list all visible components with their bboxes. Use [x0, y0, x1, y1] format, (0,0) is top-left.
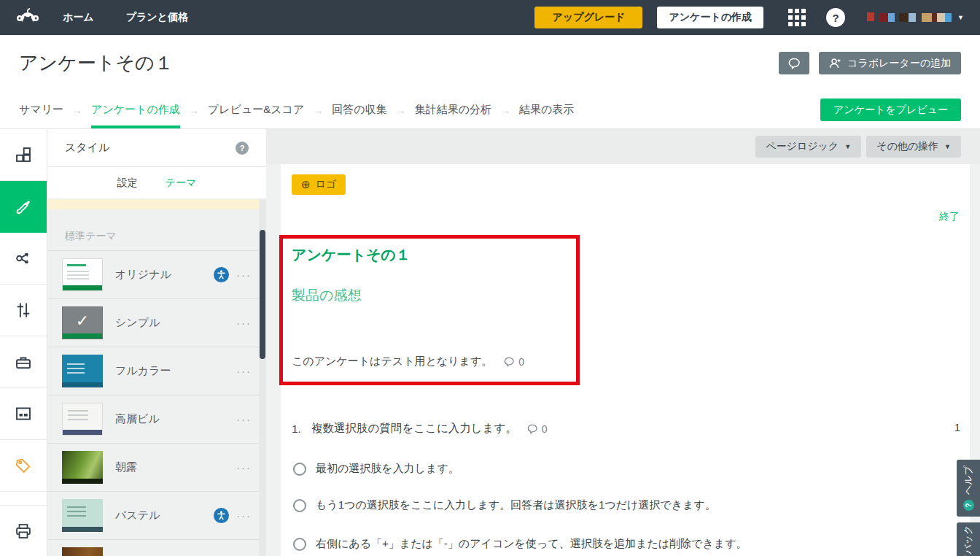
question-text: 複数選択肢の質問をここに入力します。 — [311, 421, 517, 436]
nav-link-home[interactable]: ホーム — [63, 11, 94, 24]
builder-tool[interactable] — [0, 129, 47, 181]
survey-page-title[interactable]: 製品の感想 — [292, 286, 361, 305]
comment-bubble-icon — [504, 357, 515, 367]
step-arrow-icon: → — [72, 104, 82, 116]
theme-thumbnail: ✓ — [62, 306, 103, 339]
theme-row-fullcolor[interactable]: フルカラー ··· — [47, 347, 266, 395]
add-logo-button[interactable]: ⊕ ロゴ — [292, 174, 346, 195]
plus-circle-icon: ⊕ — [301, 178, 311, 191]
standard-themes-label: 標準テーマ — [65, 230, 117, 243]
theme-thumbnail — [62, 258, 103, 291]
options-tool[interactable] — [0, 285, 47, 336]
rail-spacer — [0, 492, 47, 505]
comment-bubble-icon — [527, 424, 538, 434]
survey-title[interactable]: アンケートその１ — [292, 245, 411, 265]
theme-row-highrise[interactable]: 高層ビル ··· — [47, 395, 266, 443]
format-tool[interactable] — [0, 388, 47, 440]
style-panel: スタイル ? 設定 テーマ 標準テーマ オリジナル — [47, 129, 266, 556]
question-comments[interactable]: 0 — [527, 423, 548, 435]
logic-tool[interactable] — [0, 233, 47, 285]
branch-logic-icon — [15, 250, 31, 266]
step-collect-responses[interactable]: 回答の収集 — [332, 91, 386, 128]
feedback-side-tab[interactable]: フィードバック — [957, 522, 980, 556]
left-tool-rail — [0, 129, 47, 556]
comments-button[interactable] — [779, 52, 809, 74]
theme-menu-icon[interactable]: ··· — [236, 512, 252, 520]
theme-row-pastel[interactable]: パステル ··· — [47, 491, 266, 539]
preview-survey-button[interactable]: アンケートをプレビュー — [820, 99, 961, 121]
radio-button[interactable] — [293, 499, 306, 512]
survey-page: ⊕ ロゴ 終了 アンケートその１ 製品の感想 このアンケートはテスト用となります… — [281, 164, 970, 556]
theme-menu-icon[interactable]: ··· — [236, 416, 252, 423]
page-logic-dropdown[interactable]: ページロジック ▼ — [755, 136, 861, 158]
theme-thumbnail — [62, 451, 103, 484]
tag-icon — [15, 457, 31, 474]
chevron-down-icon: ▼ — [844, 143, 851, 150]
panel-help-icon[interactable]: ? — [236, 142, 249, 155]
theme-menu-icon[interactable]: ··· — [236, 320, 252, 327]
theme-row-partial[interactable] — [47, 539, 266, 556]
question-bank-tool[interactable] — [0, 336, 47, 388]
radio-button[interactable] — [293, 463, 306, 476]
step-analyze-results[interactable]: 集計結果の分析 — [415, 91, 491, 128]
style-panel-tabs: 設定 テーマ — [47, 167, 266, 199]
page-toolbar: ページロジック ▼ その他の操作 ▼ — [266, 129, 980, 164]
step-summary[interactable]: サマリー — [19, 91, 63, 128]
tab-settings[interactable]: 設定 — [117, 177, 138, 190]
theme-menu-icon[interactable]: ··· — [236, 464, 252, 471]
create-survey-button[interactable]: アンケートの作成 — [657, 7, 763, 28]
nav-link-plans-pricing[interactable]: プランと価格 — [126, 11, 188, 24]
theme-row-simple-selected[interactable]: ✓ シンプル ··· — [47, 298, 266, 347]
surveymonkey-app: ホーム プランと価格 アップグレード アンケートの作成 ? ▼ アンケートその１ — [0, 0, 980, 556]
chevron-down-icon: ▼ — [957, 14, 964, 21]
upgrade-button[interactable]: アップグレード — [534, 7, 642, 28]
page-title: アンケートその１ — [19, 50, 174, 76]
toolbox-icon — [15, 354, 31, 370]
theme-menu-icon[interactable]: ··· — [236, 271, 252, 279]
step-arrow-icon: → — [500, 104, 510, 116]
answer-option-2[interactable]: もう1つの選択肢をここに入力します。回答者は選択肢を1つだけ選択できます。 — [293, 498, 716, 512]
question-1[interactable]: 1. 複数選択肢の質問をここに入力します。 0 — [292, 421, 548, 436]
chevron-down-icon: ▼ — [944, 143, 951, 150]
user-account-menu[interactable]: ▼ — [867, 12, 964, 23]
tag-tool[interactable] — [0, 440, 47, 492]
theme-list: 標準テーマ オリジナル ··· — [47, 209, 266, 556]
help-icon[interactable]: ? — [826, 8, 845, 27]
surveymonkey-logo-icon[interactable] — [16, 7, 41, 28]
step-preview-score[interactable]: プレビュー&スコア — [208, 91, 304, 128]
answer-option-1[interactable]: 最初の選択肢を入力します。 — [293, 462, 459, 476]
add-collaborator-button[interactable]: コラボレーターの追加 — [819, 52, 961, 74]
theme-row-morningdew[interactable]: 朝露 ··· — [47, 443, 266, 491]
help-icon: ? — [963, 500, 974, 511]
more-actions-dropdown[interactable]: その他の操作 ▼ — [866, 136, 961, 158]
help-side-tab[interactable]: ? ヘルプ — [957, 460, 980, 517]
printer-icon — [15, 523, 31, 539]
panel-scrollbar-track[interactable] — [259, 199, 266, 556]
builder-blocks-icon — [15, 147, 31, 163]
theme-row-original[interactable]: オリジナル ··· — [47, 250, 266, 298]
theme-thumbnail — [62, 403, 103, 436]
scrolled-banner-edge — [47, 199, 259, 209]
theme-thumbnail — [62, 547, 103, 556]
survey-canvas: ページロジック ▼ その他の操作 ▼ ⊕ ロゴ 終了 アンケートその１ 製品の感… — [266, 129, 980, 556]
app-grid-icon[interactable] — [788, 9, 806, 26]
survey-description: このアンケートはテスト用となります。 — [292, 355, 492, 368]
step-arrow-icon: → — [189, 104, 199, 116]
panel-scrollbar-thumb[interactable] — [260, 230, 265, 359]
step-present-results[interactable]: 結果の表示 — [519, 91, 574, 128]
selected-check-icon: ✓ — [63, 309, 102, 333]
step-design-survey[interactable]: アンケートの作成 — [91, 91, 180, 128]
description-comments[interactable]: 0 — [504, 356, 524, 368]
print-tool[interactable] — [0, 505, 47, 556]
radio-button[interactable] — [293, 538, 306, 551]
survey-description-row[interactable]: このアンケートはテスト用となります。 0 — [292, 355, 524, 368]
style-tool-active[interactable] — [0, 181, 47, 233]
add-person-icon — [829, 58, 841, 69]
paintbrush-icon — [15, 198, 31, 215]
answer-option-3[interactable]: 右側にある「+」または「-」のアイコンを使って、選択肢を追加または削除できます。 — [293, 537, 747, 551]
style-panel-header: スタイル ? — [47, 129, 266, 167]
accessibility-icon — [214, 508, 229, 523]
tab-themes[interactable]: テーマ — [166, 177, 197, 190]
theme-menu-icon[interactable]: ··· — [236, 368, 252, 375]
exit-link[interactable]: 終了 — [939, 210, 960, 223]
